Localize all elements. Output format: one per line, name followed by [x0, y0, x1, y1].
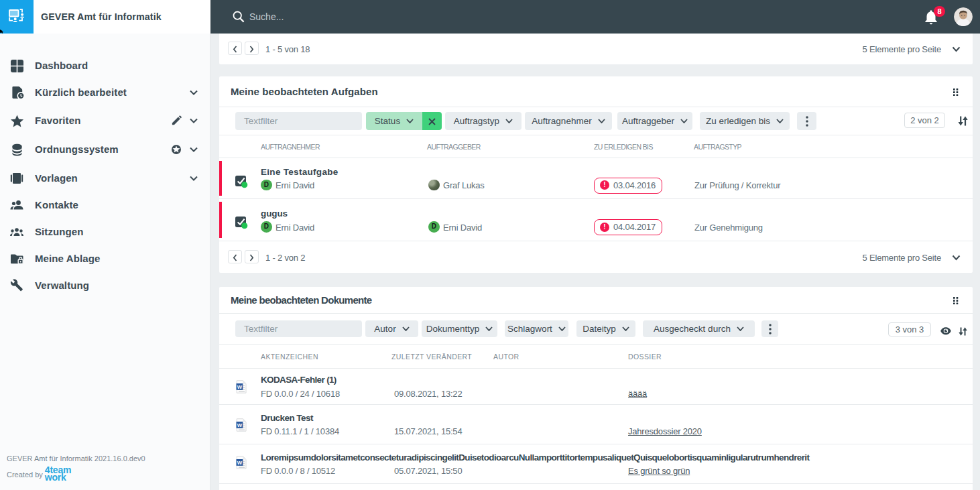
- svg-text:W: W: [237, 384, 243, 390]
- svg-text:W: W: [237, 460, 243, 466]
- svg-text:W: W: [237, 422, 243, 428]
